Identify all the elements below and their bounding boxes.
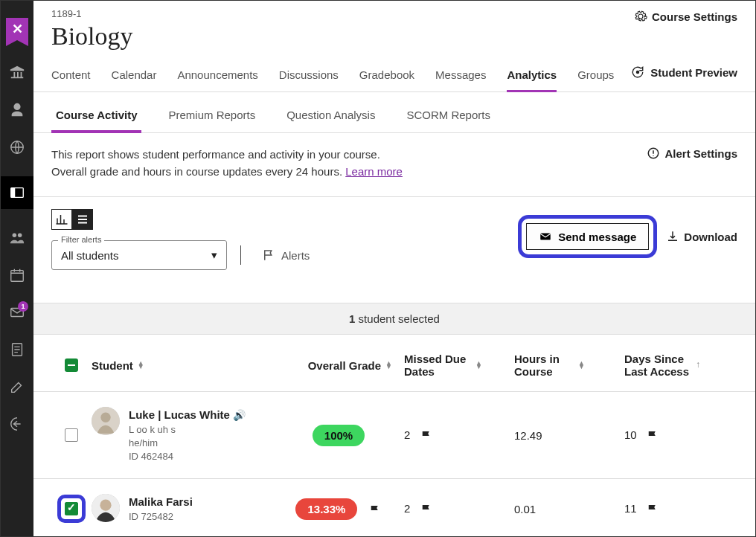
sort-icon: ▲▼ [475,361,482,370]
tab-announcements[interactable]: Announcements [177,68,257,91]
envelope-icon [539,230,552,243]
selection-summary: 1 student selected [33,303,755,335]
chevron-down-icon: ▾ [211,248,217,262]
students-table: Student ▲▼ Overall Grade ▲▼ Missed Due D… [33,335,755,536]
student-preview-button[interactable]: Student Preview [631,65,737,79]
main-tabs: Content Calendar Announcements Discussio… [33,55,755,92]
student-phonetic: L oo k uh s [129,423,246,437]
institution-icon[interactable] [9,65,25,81]
student-cell[interactable]: Malika Farsi ID 725482 [92,494,285,524]
preview-refresh-icon [631,65,644,79]
row-checkbox[interactable] [65,502,78,515]
student-id: ID 725482 [129,510,193,524]
flag-icon [420,428,433,443]
alerts-label: Alerts [281,249,310,262]
student-id: ID 462484 [129,450,246,463]
col-hours[interactable]: Hours in Course ▲▼ [514,353,624,378]
missed-value: 2 [404,502,410,515]
svg-point-4 [18,234,22,238]
compose-icon[interactable] [9,379,25,395]
flag-icon [368,503,382,515]
col-days[interactable]: Days Since Last Access ↑ [624,353,734,378]
list-view-button[interactable] [72,209,93,230]
toolbar-divider [240,245,241,265]
list-icon [76,213,89,226]
student-preview-label: Student Preview [650,66,737,79]
selection-label: student selected [355,312,439,325]
tab-discussions[interactable]: Discussions [279,68,339,91]
alert-icon [647,147,660,160]
student-cell[interactable]: Luke | Lucas White🔊 L oo k uh s he/him I… [92,407,285,463]
send-message-label: Send message [558,231,636,243]
col-grade[interactable]: Overall Grade ▲▼ [285,359,404,372]
course-settings-label: Course Settings [652,10,737,23]
globe-icon[interactable] [9,139,25,155]
flag-icon [420,502,433,516]
grade-pill: 13.33% [295,498,357,520]
hours-value: 12.49 [514,429,542,442]
select-all-checkbox[interactable] [65,358,78,372]
tab-content[interactable]: Content [51,68,91,91]
view-toggle [51,209,93,230]
subtab-scorm-reports[interactable]: SCORM Reports [402,103,495,132]
svg-point-3 [13,234,16,238]
flag-icon [646,502,659,516]
tab-messages[interactable]: Messages [435,68,486,91]
sort-icon: ▲▼ [138,361,144,370]
profile-icon[interactable] [9,102,25,118]
subtab-premium-reports[interactable]: Premium Reports [164,103,260,132]
col-student[interactable]: Student ▲▼ [92,359,285,372]
svg-rect-10 [541,234,551,240]
tab-calendar[interactable]: Calendar [112,68,157,91]
alert-settings-label: Alert Settings [664,147,737,160]
avatar [92,494,120,522]
messages-icon[interactable]: 1 [9,304,25,321]
close-icon: ✕ [12,22,23,36]
report-description: This report shows student performance an… [33,133,755,197]
course-header: 1189-1 Biology Course Settings [33,1,755,55]
student-name: Malika Farsi [129,495,193,508]
audio-pronunciation-icon[interactable]: 🔊 [233,409,246,421]
groups-icon[interactable] [9,230,25,246]
tab-gradebook[interactable]: Gradebook [359,68,414,91]
sort-icon: ▲▼ [385,361,392,370]
days-value: 11 [624,502,637,515]
student-name: Luke | Lucas White [129,408,230,421]
avatar [92,407,120,435]
messages-badge: 1 [18,301,28,312]
alerts-link[interactable]: Alerts [254,248,310,262]
description-line1: This report shows student performance an… [51,147,403,164]
send-message-button[interactable]: Send message [526,223,649,250]
hours-value: 0.01 [514,503,536,515]
calendar-icon[interactable] [9,267,25,283]
sort-asc-icon: ↑ [696,362,700,367]
grades-icon[interactable] [9,341,25,358]
table-header: Student ▲▼ Overall Grade ▲▼ Missed Due D… [33,335,755,392]
chart-view-button[interactable] [51,209,72,230]
subtab-course-activity[interactable]: Course Activity [51,103,141,133]
alert-settings-button[interactable]: Alert Settings [647,147,737,160]
days-value: 10 [624,428,637,441]
learn-more-link[interactable]: Learn more [345,165,403,178]
close-panel-button[interactable]: ✕ [1,14,33,44]
chart-icon [55,213,68,226]
analytics-subtabs: Course Activity Premium Reports Question… [33,92,755,133]
download-button[interactable]: Download [666,230,737,243]
student-pronouns: he/him [129,437,246,450]
table-row: Luke | Lucas White🔊 L oo k uh s he/him I… [33,392,755,479]
row-checkbox[interactable] [65,428,78,442]
course-settings-button[interactable]: Course Settings [634,10,737,23]
description-line2: Overall grade and hours in course update… [51,165,345,178]
signout-icon[interactable] [9,416,25,432]
tab-groups[interactable]: Groups [577,68,614,91]
courses-icon[interactable] [1,176,33,209]
table-row: Malika Farsi ID 725482 13.33% 2 0.01 11 [33,479,755,536]
sort-icon: ▲▼ [578,361,585,370]
svg-point-14 [100,500,111,511]
send-message-highlight: Send message [518,215,657,258]
subtab-question-analysis[interactable]: Question Analysis [282,103,379,132]
col-missed[interactable]: Missed Due Dates ▲▼ [404,353,514,378]
flag-icon [646,428,659,443]
filter-alerts-select[interactable]: Filter alerts All students ▾ [51,240,227,270]
tab-analytics[interactable]: Analytics [507,68,557,92]
